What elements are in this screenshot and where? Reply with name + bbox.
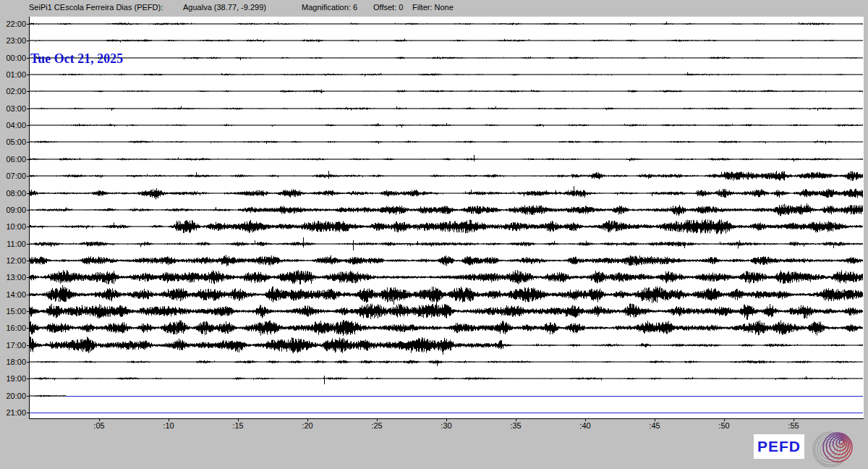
minute-axis-tick xyxy=(238,419,239,421)
hour-axis-tick xyxy=(27,41,29,41)
hour-axis-tick xyxy=(27,193,29,194)
hour-label: 19:00 xyxy=(0,373,26,384)
minute-tick-label: :45 xyxy=(640,421,669,431)
minute-axis-tick xyxy=(793,419,794,421)
minute-axis-tick xyxy=(516,419,516,421)
minute-tick-label: :20 xyxy=(293,421,322,431)
hour-axis-tick xyxy=(27,413,29,413)
hour-axis-tick xyxy=(27,379,29,379)
minute-axis-tick xyxy=(377,419,378,421)
date-overlay-label: Tue Oct 21, 2025 xyxy=(30,51,123,66)
hour-label: 15:00 xyxy=(0,306,26,316)
minute-axis-tick xyxy=(655,419,655,421)
hour-axis-tick xyxy=(27,159,29,160)
minute-tick-label: :50 xyxy=(710,421,739,431)
hour-label: 10:00 xyxy=(0,221,26,232)
hour-axis-tick xyxy=(27,142,29,143)
minute-tick-label: :05 xyxy=(85,421,114,431)
magnification-label: Magnification: 6 xyxy=(302,3,357,12)
hour-axis-tick xyxy=(27,24,29,25)
hour-axis-tick xyxy=(27,210,29,211)
hour-axis-tick xyxy=(27,91,29,92)
minute-tick-label: :40 xyxy=(571,421,600,431)
hour-axis-tick xyxy=(27,277,29,278)
hour-label: 14:00 xyxy=(0,290,26,300)
minute-tick-label: :10 xyxy=(154,421,183,431)
location-label: Agualva (38.77, -9.299) xyxy=(183,3,266,12)
hour-label: 21:00 xyxy=(0,407,26,418)
minute-tick-label: :30 xyxy=(432,421,461,431)
spiral-logo xyxy=(809,426,861,468)
hour-axis-tick xyxy=(27,362,29,363)
hour-label: 04:00 xyxy=(0,120,26,130)
helicorder-app: SeiPi1 CEscola Ferreira Dias (PEFD): Agu… xyxy=(0,0,868,469)
hour-label: 00:00 xyxy=(0,53,26,63)
hour-label: 01:00 xyxy=(0,69,26,80)
hour-label: 02:00 xyxy=(0,86,26,96)
filter-label: Filter: None xyxy=(412,3,454,12)
hour-axis-tick xyxy=(27,75,29,75)
minute-axis-tick xyxy=(169,419,169,421)
offset-label: Offset: 0 xyxy=(373,3,403,12)
hour-label: 22:00 xyxy=(0,19,26,29)
hour-label: 07:00 xyxy=(0,171,26,181)
hour-label: 06:00 xyxy=(0,154,26,164)
hour-label: 18:00 xyxy=(0,357,26,367)
station-code-badge: PEFD xyxy=(754,434,804,459)
hour-axis-tick xyxy=(27,244,29,245)
minute-tick-label: :35 xyxy=(501,421,530,431)
hour-label: 12:00 xyxy=(0,255,26,266)
hour-axis-tick xyxy=(27,176,29,177)
helicorder-plot xyxy=(29,17,864,419)
hour-label: 17:00 xyxy=(0,340,26,350)
hour-label: 23:00 xyxy=(0,35,26,46)
hour-label: 11:00 xyxy=(0,239,26,249)
minute-axis-tick xyxy=(307,419,308,421)
hour-axis-tick xyxy=(27,295,29,295)
hour-axis-tick xyxy=(27,311,29,312)
hour-axis-tick xyxy=(27,109,29,109)
minute-axis-tick xyxy=(99,419,100,421)
hour-label: 13:00 xyxy=(0,272,26,282)
hour-axis-tick xyxy=(27,58,29,59)
minute-axis-tick xyxy=(446,419,447,421)
hour-label: 09:00 xyxy=(0,205,26,215)
hour-label: 16:00 xyxy=(0,323,26,333)
hour-axis-tick xyxy=(27,227,29,227)
station-code-label: PEFD xyxy=(757,438,801,455)
hour-label: 08:00 xyxy=(0,188,26,198)
hour-label: 20:00 xyxy=(0,391,26,401)
seismogram-canvas[interactable] xyxy=(30,17,863,418)
hour-axis-tick xyxy=(27,328,29,329)
station-label: SeiPi1 CEscola Ferreira Dias (PEFD): xyxy=(29,3,163,12)
hour-label: 03:00 xyxy=(0,103,26,114)
minute-axis-tick xyxy=(585,419,586,421)
hour-axis-tick xyxy=(27,396,29,397)
header-bar: SeiPi1 CEscola Ferreira Dias (PEFD): Agu… xyxy=(0,0,868,14)
hour-label: 05:00 xyxy=(0,137,26,147)
minute-axis-tick xyxy=(724,419,725,421)
minute-tick-label: :55 xyxy=(779,421,808,431)
minute-tick-label: :25 xyxy=(362,421,391,431)
hour-axis-tick xyxy=(27,261,29,261)
hour-axis-tick xyxy=(27,125,29,126)
minute-tick-label: :15 xyxy=(224,421,252,431)
hour-axis-tick xyxy=(27,345,29,346)
